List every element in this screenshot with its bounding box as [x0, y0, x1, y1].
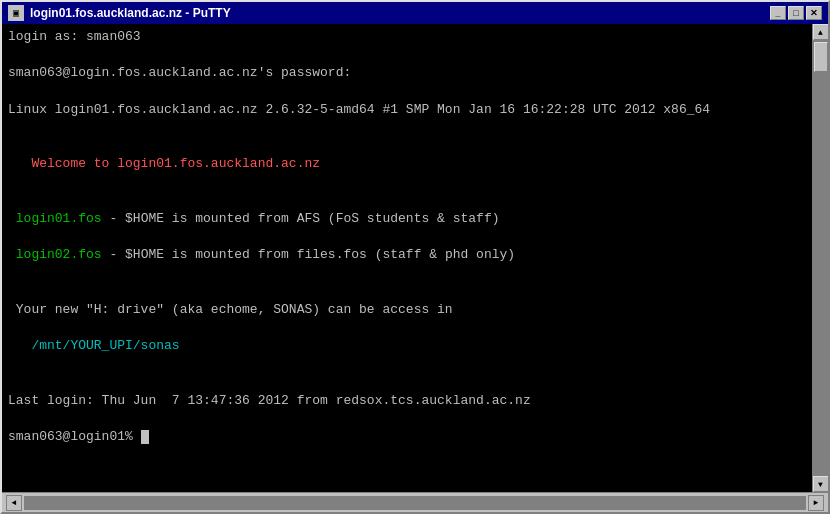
terminal-line: login02.fos - $HOME is mounted from file… — [8, 246, 806, 264]
statusbar: ◄ ► — [2, 492, 828, 512]
window-title: login01.fos.auckland.ac.nz - PuTTY — [30, 6, 231, 20]
terminal-line: Last login: Thu Jun 7 13:47:36 2012 from… — [8, 392, 806, 410]
horizontal-scrollbar-track[interactable] — [24, 496, 806, 510]
scrollbar-thumb[interactable] — [814, 42, 828, 72]
terminal-output[interactable]: login as: sman063 sman063@login.fos.auck… — [2, 24, 812, 492]
terminal-line: login as: sman063 — [8, 28, 806, 46]
terminal-line: Welcome to login01.fos.auckland.ac.nz — [8, 155, 806, 173]
terminal-line: Linux login01.fos.auckland.ac.nz 2.6.32-… — [8, 101, 806, 119]
scroll-down-button[interactable]: ▼ — [813, 476, 829, 492]
terminal-cursor — [141, 430, 149, 444]
terminal-line: login01.fos - $HOME is mounted from AFS … — [8, 210, 806, 228]
close-button[interactable]: ✕ — [806, 6, 822, 20]
titlebar-left: ▣ login01.fos.auckland.ac.nz - PuTTY — [8, 5, 231, 21]
terminal-area: login as: sman063 sman063@login.fos.auck… — [2, 24, 828, 492]
scroll-up-button[interactable]: ▲ — [813, 24, 829, 40]
terminal-line: sman063@login01% — [8, 428, 806, 446]
window-controls: _ □ ✕ — [770, 6, 822, 20]
maximize-button[interactable]: □ — [788, 6, 804, 20]
app-icon: ▣ — [8, 5, 24, 21]
terminal-line: sman063@login.fos.auckland.ac.nz's passw… — [8, 64, 806, 82]
scroll-right-button[interactable]: ► — [808, 495, 824, 511]
scrollbar-track[interactable] — [813, 40, 828, 476]
putty-window: ▣ login01.fos.auckland.ac.nz - PuTTY _ □… — [0, 0, 830, 514]
terminal-line: /mnt/YOUR_UPI/sonas — [8, 337, 806, 355]
vertical-scrollbar: ▲ ▼ — [812, 24, 828, 492]
titlebar: ▣ login01.fos.auckland.ac.nz - PuTTY _ □… — [2, 2, 828, 24]
terminal-line: Your new "H: drive" (aka echome, SONAS) … — [8, 301, 806, 319]
minimize-button[interactable]: _ — [770, 6, 786, 20]
scroll-left-button[interactable]: ◄ — [6, 495, 22, 511]
